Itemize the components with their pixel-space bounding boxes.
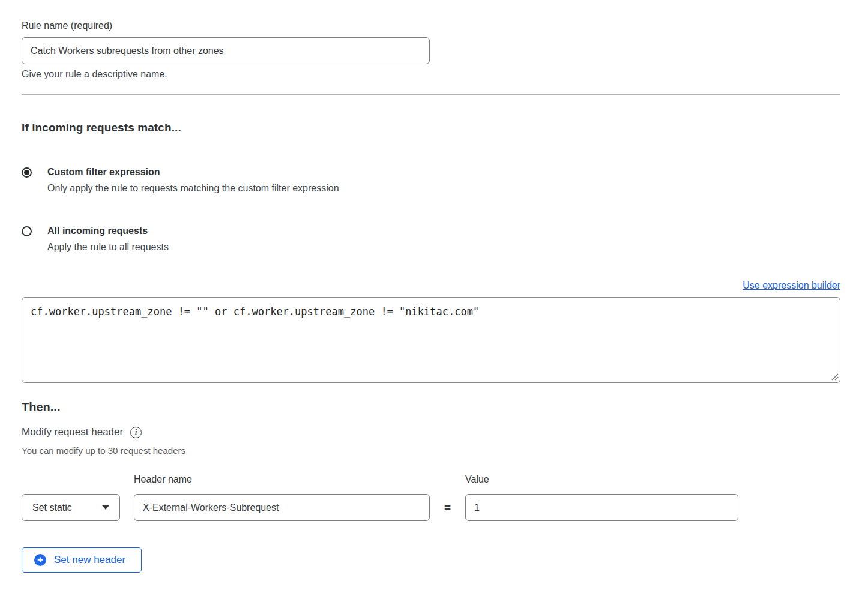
match-section-heading: If incoming requests match... <box>22 121 840 135</box>
modify-header-help: You can modify up to 30 request headers <box>22 445 840 456</box>
value-label: Value <box>465 474 738 486</box>
equals-sign: = <box>430 501 465 514</box>
info-icon[interactable]: i <box>130 427 142 438</box>
header-operation-select[interactable]: Set static <box>22 494 120 521</box>
radio-title-all-requests: All incoming requests <box>47 224 169 238</box>
section-divider <box>22 94 840 95</box>
plus-icon: + <box>34 554 46 566</box>
rule-name-input[interactable] <box>22 37 430 64</box>
header-operation-selected-value: Set static <box>32 502 72 513</box>
rule-editor-panel: Rule name (required) Give your rule a de… <box>0 0 868 573</box>
chevron-down-icon <box>102 505 109 510</box>
match-radio-group: Custom filter expression Only apply the … <box>22 166 840 253</box>
radio-button-unselected-icon[interactable] <box>22 226 32 236</box>
set-new-header-button[interactable]: + Set new header <box>22 547 142 573</box>
rule-name-help: Give your rule a descriptive name. <box>22 68 840 80</box>
header-name-label: Header name <box>134 474 430 486</box>
radio-desc-custom-filter: Only apply the rule to requests matching… <box>47 182 339 194</box>
header-name-input[interactable] <box>134 494 430 521</box>
radio-title-custom-filter: Custom filter expression <box>47 166 339 179</box>
then-section-heading: Then... <box>22 399 840 415</box>
header-value-input[interactable] <box>465 494 738 521</box>
use-expression-builder-link[interactable]: Use expression builder <box>743 280 840 290</box>
modify-request-header-label: Modify request header <box>22 426 123 439</box>
rule-name-label: Rule name (required) <box>22 20 840 32</box>
radio-option-all-requests[interactable]: All incoming requests Apply the rule to … <box>22 224 840 253</box>
radio-desc-all-requests: Apply the rule to all requests <box>47 241 169 253</box>
set-new-header-button-label: Set new header <box>54 554 125 566</box>
radio-button-selected-icon[interactable] <box>22 167 32 178</box>
radio-option-custom-filter[interactable]: Custom filter expression Only apply the … <box>22 166 840 194</box>
filter-expression-textarea[interactable]: cf.worker.upstream_zone != "" or cf.work… <box>22 297 840 383</box>
